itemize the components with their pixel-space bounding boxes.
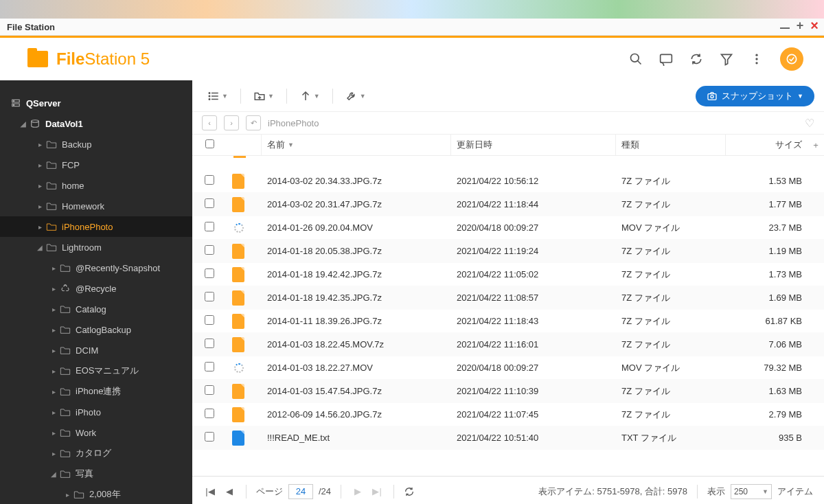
svg-point-0 bbox=[631, 54, 639, 62]
sidebar-item-5[interactable]: ◢Lightroom bbox=[0, 237, 192, 257]
nav-forward-button[interactable]: › bbox=[224, 115, 239, 130]
file-size: 1.63 MB bbox=[725, 380, 808, 402]
row-checkbox[interactable] bbox=[205, 268, 214, 278]
table-row[interactable]: 2014-01-11 18.39.26.JPG.7z 2021/04/22 11… bbox=[192, 310, 824, 333]
svg-point-10 bbox=[14, 101, 14, 102]
table-row[interactable]: 2014-01-18 20.05.38.JPG.7z 2021/04/22 11… bbox=[192, 240, 824, 263]
sidebar-item-0[interactable]: ▸Backup bbox=[0, 134, 192, 154]
tools-button[interactable]: ▼ bbox=[340, 87, 371, 105]
row-checkbox[interactable] bbox=[205, 362, 214, 371]
file-icon bbox=[232, 360, 244, 376]
favorite-icon[interactable]: ♡ bbox=[805, 117, 814, 130]
row-checkbox[interactable] bbox=[205, 432, 214, 442]
sidebar-item-3[interactable]: ▸Homework bbox=[0, 196, 192, 216]
column-date[interactable]: 更新日時 bbox=[450, 135, 615, 155]
minimize-icon[interactable] bbox=[780, 27, 790, 29]
file-list: 2014-03-02 20.34.33.JPG.7z 2021/04/22 10… bbox=[192, 170, 824, 476]
filter-icon[interactable] bbox=[720, 52, 733, 66]
table-row[interactable]: !!!READ_ME.txt 2021/04/22 10:51:40 TXT フ… bbox=[192, 426, 824, 450]
sidebar-subitem-5-7[interactable]: ▸iPhoto bbox=[0, 402, 192, 422]
status-bar: |◀ ◀ ページ /24 ▶ ▶| 表示アイテム: 5751-5978, 合計:… bbox=[192, 476, 824, 504]
new-folder-button[interactable]: ▼ bbox=[248, 87, 279, 105]
table-row[interactable]: 2014-03-02 20.34.33.JPG.7z 2021/04/22 10… bbox=[192, 170, 824, 193]
page-size-select[interactable]: 250▼ bbox=[731, 484, 772, 499]
file-name: 2014-03-02 20.34.33.JPG.7z bbox=[261, 170, 450, 192]
cast-icon[interactable] bbox=[659, 52, 673, 66]
sidebar-item-4[interactable]: ▸iPhonePhoto bbox=[0, 216, 192, 237]
file-icon bbox=[232, 431, 244, 446]
sidebar-item-1[interactable]: ▸FCP bbox=[0, 154, 192, 175]
reload-button[interactable] bbox=[404, 486, 417, 497]
column-size[interactable]: サイズ bbox=[725, 135, 808, 155]
table-row[interactable]: 2014-01-18 19.42.35.JPG.7z 2021/04/22 11… bbox=[192, 286, 824, 310]
column-type[interactable]: 種類 bbox=[615, 135, 725, 155]
prev-page-button[interactable]: ◀ bbox=[222, 486, 236, 496]
sidebar-subsubitem-0[interactable]: ▸2,008年 bbox=[0, 484, 192, 504]
search-icon[interactable] bbox=[629, 52, 643, 66]
column-name[interactable]: 名前▼ bbox=[261, 135, 450, 155]
table-row[interactable]: 2012-06-09 14.56.20.JPG.7z 2021/04/22 11… bbox=[192, 403, 824, 426]
file-size: 1.77 MB bbox=[725, 193, 808, 216]
file-date: 2021/04/22 11:16:01 bbox=[450, 333, 615, 356]
view-mode-button[interactable]: ▼ bbox=[202, 87, 233, 105]
up-folder-indicator[interactable] bbox=[192, 156, 824, 170]
file-type: 7Z ファイル bbox=[615, 170, 725, 192]
maximize-icon[interactable]: + bbox=[797, 21, 804, 30]
table-row[interactable]: 2014-01-26 09.20.04.MOV 2020/04/18 00:09… bbox=[192, 216, 824, 240]
window-titlebar: File Station + × bbox=[0, 19, 824, 36]
refresh-icon[interactable] bbox=[689, 52, 703, 66]
sidebar-volume[interactable]: ◢DataVol1 bbox=[0, 113, 192, 134]
row-checkbox[interactable] bbox=[205, 222, 214, 231]
next-page-button[interactable]: ▶ bbox=[351, 486, 365, 496]
file-date: 2021/04/22 10:51:40 bbox=[450, 426, 615, 449]
select-all-checkbox[interactable] bbox=[205, 139, 214, 148]
row-checkbox[interactable] bbox=[205, 409, 214, 418]
row-checkbox[interactable] bbox=[205, 245, 214, 255]
first-page-button[interactable]: |◀ bbox=[203, 486, 217, 496]
app-logo: FileStation 5 bbox=[27, 49, 150, 69]
file-name: 2014-01-18 19.42.35.JPG.7z bbox=[261, 286, 450, 309]
table-row[interactable]: 2014-01-18 19.42.42.JPG.7z 2021/04/22 11… bbox=[192, 263, 824, 286]
sidebar-subitem-5-3[interactable]: ▸CatlogBackup bbox=[0, 319, 192, 340]
close-icon[interactable]: × bbox=[810, 21, 819, 30]
sidebar-item-2[interactable]: ▸home bbox=[0, 175, 192, 196]
table-row[interactable]: 2014-01-03 18.22.45.MOV.7z 2021/04/22 11… bbox=[192, 333, 824, 356]
table-row[interactable]: 2014-01-03 18.22.27.MOV 2020/04/18 00:09… bbox=[192, 356, 824, 380]
row-checkbox[interactable] bbox=[205, 385, 214, 395]
table-row[interactable]: 2014-03-02 20.31.47.JPG.7z 2021/04/22 11… bbox=[192, 193, 824, 216]
nav-back-button[interactable]: ‹ bbox=[202, 115, 217, 130]
row-checkbox[interactable] bbox=[205, 339, 214, 348]
row-checkbox[interactable] bbox=[205, 292, 214, 301]
svg-point-23 bbox=[711, 95, 713, 98]
table-row[interactable]: 2014-01-03 15.47.54.JPG.7z 2021/04/22 11… bbox=[192, 380, 824, 403]
nav-undo-button[interactable]: ↶ bbox=[246, 115, 261, 130]
sidebar-subitem-5-10[interactable]: ◢写真 bbox=[0, 463, 192, 484]
qsync-button[interactable] bbox=[780, 47, 803, 71]
add-column-button[interactable]: + bbox=[808, 140, 824, 150]
file-date: 2021/04/22 11:07:45 bbox=[450, 403, 615, 426]
sidebar-subitem-5-0[interactable]: ▸@Recently-Snapshot bbox=[0, 257, 192, 278]
more-icon[interactable] bbox=[750, 52, 764, 66]
file-type: MOV ファイル bbox=[615, 356, 725, 379]
row-checkbox[interactable] bbox=[205, 198, 214, 208]
sidebar-subitem-5-2[interactable]: ▸Catalog bbox=[0, 299, 192, 319]
row-checkbox[interactable] bbox=[205, 175, 214, 185]
snapshot-label: スナップショット bbox=[722, 90, 793, 102]
file-size: 7.06 MB bbox=[725, 333, 808, 356]
folder-icon bbox=[27, 51, 48, 67]
upload-button[interactable]: ▼ bbox=[294, 87, 325, 105]
snapshot-button[interactable]: スナップショット ▼ bbox=[696, 86, 814, 106]
sidebar-subitem-5-1[interactable]: ▸@Recycle bbox=[0, 278, 192, 299]
sidebar-subitem-5-6[interactable]: ▸iPhone連携 bbox=[0, 381, 192, 402]
sidebar-subitem-5-8[interactable]: ▸Work bbox=[0, 422, 192, 443]
file-size: 1.73 MB bbox=[725, 263, 808, 286]
sidebar-root[interactable]: QServer bbox=[0, 93, 192, 113]
sidebar-subitem-5-9[interactable]: ▸カタログ bbox=[0, 443, 192, 463]
sidebar-subitem-5-5[interactable]: ▸EOSマニュアル bbox=[0, 360, 192, 381]
last-page-button[interactable]: ▶| bbox=[370, 486, 384, 496]
row-checkbox[interactable] bbox=[205, 315, 214, 325]
file-type: 7Z ファイル bbox=[615, 263, 725, 286]
page-input[interactable] bbox=[288, 484, 313, 499]
sidebar-subitem-5-4[interactable]: ▸DCIM bbox=[0, 340, 192, 360]
svg-marker-3 bbox=[722, 54, 732, 65]
